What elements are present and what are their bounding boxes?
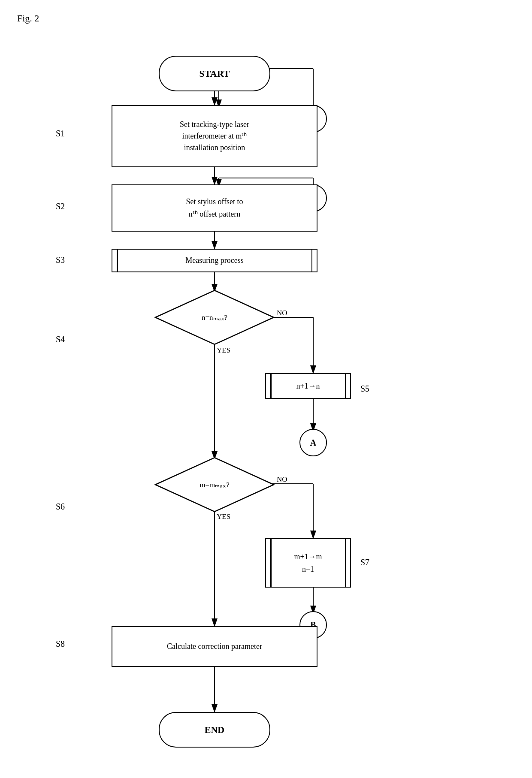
connector-a-bottom-label: A — [310, 438, 316, 448]
s6-diamond-wrapper: m=mₘₐₓ? — [154, 457, 275, 513]
end-label: END — [205, 724, 224, 736]
s4-yes-label: YES — [217, 346, 230, 355]
start-label: START — [200, 68, 230, 79]
s4-no-label: NO — [277, 309, 287, 317]
s8-process: Calculate correction parameter — [112, 626, 317, 667]
s6-text: m=mₘₐₓ? — [200, 480, 230, 489]
s2-text: Set stylus offset to nᵗʰ offset pattern — [186, 196, 243, 220]
s4-text: n=nₘₐₓ? — [202, 313, 227, 322]
flowchart: START B S1 Set tracking-type laser inter… — [0, 26, 532, 776]
s3-process: Measuring process — [112, 249, 317, 272]
end-terminal: END — [159, 712, 270, 748]
s1-process: Set tracking-type laser interferometer a… — [112, 105, 317, 167]
s4-diamond-wrapper: n=nₘₐₓ? — [154, 289, 275, 345]
s7-label: S7 — [360, 558, 369, 567]
s8-text: Calculate correction parameter — [167, 642, 262, 651]
s6-no-label: NO — [277, 475, 287, 484]
page: Fig. 2 — [0, 0, 532, 778]
s8-label: S8 — [56, 639, 65, 649]
start-terminal: START — [159, 56, 270, 91]
s6-yes-label: YES — [217, 513, 230, 521]
s5-label: S5 — [360, 384, 369, 394]
s1-label: S1 — [56, 129, 65, 139]
s2-process: Set stylus offset to nᵗʰ offset pattern — [112, 184, 317, 232]
s5-text: n+1→n — [296, 382, 320, 391]
s6-label: S6 — [56, 502, 65, 512]
connector-a-bottom: A — [299, 429, 327, 456]
s2-label: S2 — [56, 202, 65, 211]
s4-label: S4 — [56, 335, 65, 344]
s7-process: m+1→m n=1 — [265, 538, 351, 588]
s3-label: S3 — [56, 255, 65, 265]
s1-text: Set tracking-type laser interferometer a… — [180, 119, 249, 154]
s5-process: n+1→n — [265, 373, 351, 399]
s7-text: m+1→m n=1 — [294, 551, 322, 576]
s3-text: Measuring process — [185, 256, 243, 265]
figure-label: Fig. 2 — [17, 13, 39, 24]
